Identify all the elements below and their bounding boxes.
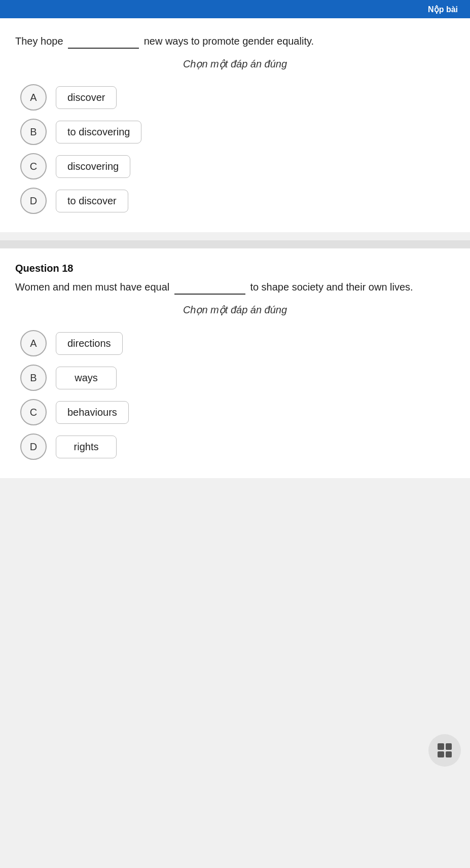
q18-text-part1: Women and men must have equal: [15, 281, 169, 293]
q17-option-d-box: to discover: [56, 190, 128, 212]
q18-option-d[interactable]: D rights: [20, 433, 450, 460]
q17-option-b-box: to discovering: [56, 121, 141, 143]
q18-text-part2: to shape society and their own lives.: [250, 281, 413, 293]
grid-cell-4: [446, 751, 452, 758]
q17-option-a-box: discover: [56, 86, 117, 109]
q18-option-a-box: directions: [56, 332, 123, 355]
q18-option-d-box: rights: [56, 436, 117, 458]
q17-option-a-circle: A: [20, 84, 47, 111]
q17-option-c[interactable]: C discovering: [20, 153, 450, 179]
q17-option-b[interactable]: B to discovering: [20, 119, 450, 145]
grid-cell-3: [438, 751, 444, 758]
separator: [0, 240, 470, 248]
q17-blank: [68, 32, 139, 49]
q17-option-c-box: discovering: [56, 155, 130, 178]
question-17-text: They hope new ways to promote gender equ…: [15, 32, 455, 49]
grid-icon: [438, 743, 452, 757]
q17-option-b-circle: B: [20, 119, 47, 145]
grid-cell-2: [446, 743, 452, 750]
q18-option-b-box: ways: [56, 367, 117, 389]
q18-options-list: A directions B ways C behaviours D right…: [15, 330, 455, 460]
q18-option-b[interactable]: B ways: [20, 365, 450, 391]
q17-option-c-circle: C: [20, 153, 47, 179]
q17-option-d-circle: D: [20, 188, 47, 214]
question-18-text: Women and men must have equal to shape s…: [15, 278, 455, 295]
q17-text-part2: new ways to promote gender equality.: [144, 35, 314, 47]
grid-cell-1: [438, 743, 444, 750]
q17-option-d[interactable]: D to discover: [20, 188, 450, 214]
q18-instruction: Chọn một đáp án đúng: [15, 304, 455, 316]
q18-option-a-circle: A: [20, 330, 47, 356]
q17-options-list: A discover B to discovering C discoverin…: [15, 84, 455, 214]
top-bar: Nộp bài: [0, 0, 470, 18]
q18-option-a[interactable]: A directions: [20, 330, 450, 356]
q18-option-c-circle: C: [20, 399, 47, 425]
q18-option-c-box: behaviours: [56, 401, 129, 424]
question-18-block: Question 18 Women and men must have equa…: [0, 248, 470, 478]
q17-option-a[interactable]: A discover: [20, 84, 450, 111]
question-17-block: They hope new ways to promote gender equ…: [0, 18, 470, 232]
q17-text-part1: They hope: [15, 35, 63, 47]
nop-bai-button[interactable]: Nộp bài: [423, 3, 463, 16]
q18-option-b-circle: B: [20, 365, 47, 391]
q18-option-c[interactable]: C behaviours: [20, 399, 450, 425]
q18-option-d-circle: D: [20, 433, 47, 460]
q18-blank: [174, 278, 245, 295]
grid-icon-button[interactable]: [428, 734, 461, 767]
q17-instruction: Chọn một đáp án đúng: [15, 58, 455, 70]
question-18-label: Question 18: [15, 263, 455, 274]
